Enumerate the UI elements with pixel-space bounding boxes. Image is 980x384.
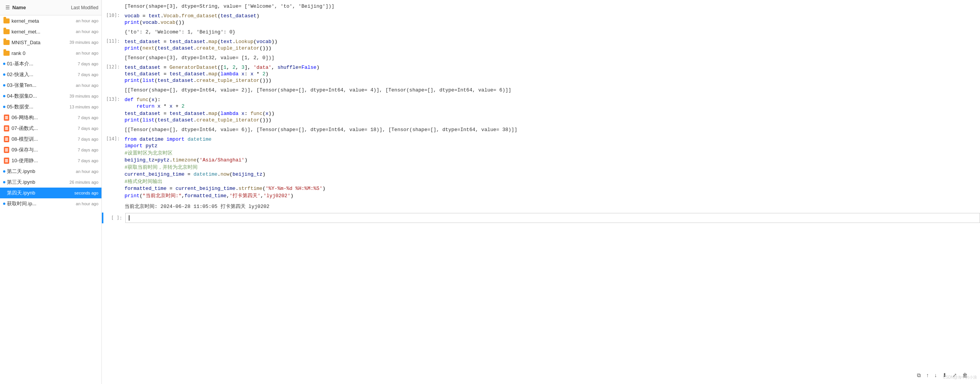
empty-cell-num: [ ]: (104, 215, 125, 221)
notebook-icon (3, 146, 10, 153)
sidebar-item-name: 04-数据集D... (7, 93, 68, 100)
sidebar-item-nb_02[interactable]: 02-快速入... 7 days ago (0, 69, 101, 80)
delete-cell-button[interactable]: 🗑 (961, 371, 969, 379)
sidebar-item-nb_day2[interactable]: 第二天.ipynb an hour ago (0, 166, 101, 177)
sidebar-item-nb_03[interactable]: 03-张量Ten... an hour ago (0, 80, 101, 91)
output-13: [[Tensor(shape=[], dtype=Int64, value= 6… (125, 126, 978, 133)
sidebar-item-time: an hour ago (76, 201, 98, 206)
cell-content-12[interactable]: test_dataset = GeneratorDataset([1, 2, 3… (123, 63, 980, 85)
cell-num-11-out (102, 54, 123, 55)
cell-content-11-out: [Tensor(shape=[3], dtype=Int32, value= [… (123, 54, 980, 62)
sidebar-item-name: 03-张量Ten... (7, 82, 74, 89)
sidebar-item-time: 39 minutes ago (70, 94, 98, 98)
sidebar-item-time: an hour ago (76, 51, 98, 55)
code-line: from datetime import datetime (125, 136, 978, 143)
sidebar-item-name: 07-函数式... (12, 125, 76, 132)
sidebar-item-nb_06[interactable]: 06-网络构... 7 days ago (0, 112, 101, 123)
cell-num-14: [14]: (102, 135, 123, 141)
sidebar-item-nb_10[interactable]: 10-使用静... 7 days ago (0, 155, 101, 166)
copy-cell-button[interactable]: ⧉ (915, 371, 922, 379)
download-button[interactable]: ⬇ (941, 371, 948, 379)
sidebar-item-kernel_met[interactable]: kernel_met... an hour ago (0, 26, 101, 37)
sidebar-item-nb_09[interactable]: 09-保存与... 7 days ago (0, 145, 101, 155)
cell-content-11[interactable]: test_dataset = test_dataset.map(text.Loo… (123, 38, 980, 52)
sidebar-item-nb_05[interactable]: 05-数据变... 13 minutes ago (0, 101, 101, 112)
modified-dot-icon (3, 73, 5, 76)
cell-content-14-out: 当前北京时间: 2024-06-28 11:05:05 打卡第四天 lyj020… (123, 202, 980, 211)
output-10: {'to': 2, 'Welcome': 1, 'Beijing': 0} (125, 29, 978, 35)
sidebar-item-nb_day3[interactable]: 第三天.ipynb 26 minutes ago (0, 177, 101, 188)
folder-icon (3, 17, 10, 24)
sidebar-item-rank_0[interactable]: rank 0 an hour ago (0, 48, 101, 58)
sidebar-item-nb_04[interactable]: 04-数据集D... 39 minutes ago (0, 91, 101, 101)
cell-num-12-out (102, 86, 123, 87)
output-14: 当前北京时间: 2024-06-28 11:05:05 打卡第四天 lyj020… (125, 203, 978, 210)
output-pre10: [Tensor(shape=[3], dtype=String, value= … (125, 3, 978, 10)
cell-content-10-out: {'to': 2, 'Welcome': 1, 'Beijing': 0} (123, 28, 980, 36)
sidebar-modified-column: Last Modified (71, 5, 98, 10)
modified-dot-icon (3, 192, 5, 194)
sidebar-item-MNIST_Data[interactable]: MNIST_Data 39 minutes ago (0, 37, 101, 48)
cell-num-13-out (102, 126, 123, 126)
cell-output-pre10: [Tensor(shape=[3], dtype=String, value= … (102, 2, 980, 11)
cell-10-output: {'to': 2, 'Welcome': 1, 'Beijing': 0} (102, 27, 980, 37)
sidebar-item-name: kernel_met... (12, 29, 74, 35)
move-up-button[interactable]: ↑ (925, 371, 930, 379)
sidebar-item-time: an hour ago (76, 29, 98, 34)
output-11: [Tensor(shape=[3], dtype=Int32, value= [… (125, 55, 978, 61)
sidebar-items-list: kernel_meta an hour ago kernel_met... an… (0, 15, 101, 209)
code-line: #格式化时间输出 (125, 178, 978, 185)
code-line: #获取当前时间，并转为北京时间 (125, 163, 978, 171)
move-down-button[interactable]: ↓ (933, 371, 938, 379)
notebook-main-area: [Tensor(shape=[3], dtype=String, value= … (102, 0, 980, 384)
empty-cell-input[interactable] (125, 213, 980, 223)
notebook-icon (3, 157, 10, 164)
sidebar-item-time: an hour ago (76, 169, 98, 174)
cell-empty: [ ]: (102, 212, 980, 224)
code-line: beijing_tz=pytz.timezone('Asia/Shanghai'… (125, 157, 978, 163)
code-line: print("当前北京时间:",formatted_time,'打卡第四天','… (125, 192, 978, 199)
cell-content-12-out: [[Tensor(shape=[], dtype=Int64, value= 2… (123, 86, 980, 94)
sidebar-item-nb_08[interactable]: 08-模型训... 7 days ago (0, 134, 101, 145)
code-line: print(list(test_dataset.create_tuple_ite… (125, 77, 978, 84)
cell-num-10: [10]: (102, 12, 123, 18)
sidebar-item-name: 02-快速入... (7, 71, 76, 78)
cell-12: [12]: test_dataset = GeneratorDataset([1… (102, 63, 980, 85)
sidebar-item-name: 09-保存与... (12, 146, 76, 153)
folder-icon (3, 28, 10, 35)
sidebar-item-name: 第三天.ipynb (7, 179, 68, 186)
sidebar-item-kernel_meta[interactable]: kernel_meta an hour ago (0, 15, 101, 26)
sidebar-item-name: 第四天.ipynb (7, 190, 73, 196)
modified-dot-icon (3, 63, 5, 65)
cell-content-14[interactable]: from datetime import datetime import pyt… (123, 135, 980, 200)
folder-icon (3, 39, 10, 46)
code-line: formatted_time = current_beijing_time.st… (125, 185, 978, 192)
cell-content-10[interactable]: vocab = text.Vocab.from_dataset(test_dat… (123, 12, 980, 27)
code-line: current_beijing_time = datetime.now(beij… (125, 171, 978, 178)
cell-14: [14]: from datetime import datetime impo… (102, 135, 980, 201)
cell-14-output: 当前北京时间: 2024-06-28 11:05:05 打卡第四天 lyj020… (102, 201, 980, 212)
sidebar-item-name: 10-使用静... (12, 157, 76, 164)
output-12: [[Tensor(shape=[], dtype=Int64, value= 2… (125, 87, 978, 93)
sidebar-item-nb_07[interactable]: 07-函数式... 7 days ago (0, 123, 101, 134)
sidebar-item-nb_day4[interactable]: 第四天.ipynb seconds ago (0, 188, 101, 198)
sidebar-item-name: 05-数据变... (7, 103, 68, 110)
expand-button[interactable]: ⤢ (951, 371, 958, 379)
sidebar-item-name: 08-模型训... (12, 136, 76, 143)
cell-content-13[interactable]: def func(x): return x * x + 2 test_datas… (123, 96, 980, 124)
code-line: vocab = text.Vocab.from_dataset(test_dat… (125, 13, 978, 19)
sidebar-item-time: 7 days ago (78, 62, 98, 66)
code-line: test_dataset = test_dataset.map(lambda x… (125, 71, 978, 77)
sidebar-item-time: 7 days ago (78, 158, 98, 163)
cell-13: [13]: def func(x): return x * x + 2 test… (102, 95, 980, 125)
sidebar-header: ☰ Name Last Modified (0, 0, 101, 15)
sidebar-name-column: Name (12, 5, 71, 10)
sidebar-item-nb_01[interactable]: 01-基本介... 7 days ago (0, 58, 101, 69)
sidebar-item-time: 7 days ago (78, 137, 98, 141)
cell-11: [11]: test_dataset = test_dataset.map(te… (102, 37, 980, 53)
sidebar-item-nb_time[interactable]: 获取时间.ip... an hour ago (0, 198, 101, 209)
sidebar-item-time: an hour ago (76, 18, 98, 23)
menu-icon[interactable]: ☰ (3, 2, 12, 13)
sidebar-item-time: 39 minutes ago (70, 40, 98, 45)
cell-num-14-out (102, 202, 123, 203)
